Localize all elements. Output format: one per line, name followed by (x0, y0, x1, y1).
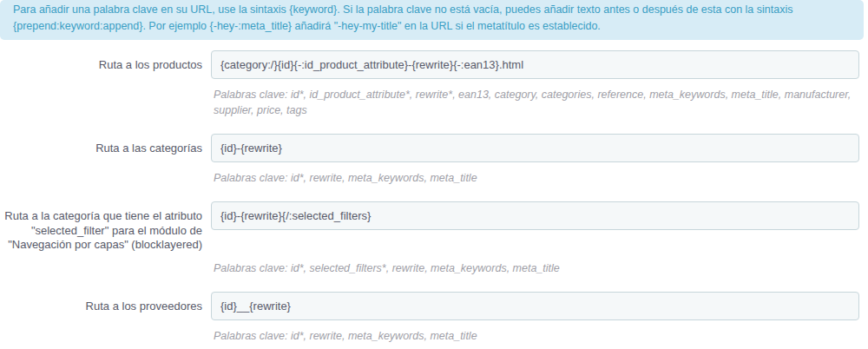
seo-urls-settings-page: Para añadir una palabra clave en su URL,… (0, 0, 868, 349)
product-route-help: Palabras clave: id*, id_product_attribut… (211, 87, 859, 118)
category-route-label: Ruta a las categorías (0, 134, 202, 162)
supplier-route-help: Palabras clave: id*, rewrite, meta_keywo… (211, 328, 859, 344)
product-route-label: Ruta a los productos (0, 50, 202, 79)
supplier-route-input[interactable] (211, 292, 859, 320)
form-row-layered-category-route: Ruta a la categoría que tiene el atribut… (0, 201, 859, 276)
form-row-supplier-route: Ruta a los proveedores Palabras clave: i… (0, 292, 859, 344)
layered-category-route-control (211, 201, 859, 253)
category-route-input[interactable] (211, 134, 859, 162)
category-route-control (211, 134, 859, 162)
supplier-route-control (211, 292, 859, 320)
product-route-input[interactable] (211, 50, 859, 79)
form-row-category-route: Ruta a las categorías Palabras clave: id… (0, 134, 859, 186)
layered-category-route-label: Ruta a la categoría que tiene el atribut… (0, 201, 202, 253)
layered-category-route-input[interactable] (211, 201, 859, 230)
category-route-help: Palabras clave: id*, rewrite, meta_keywo… (211, 170, 859, 186)
url-schema-form: Ruta a los productos Palabras clave: id*… (0, 50, 868, 344)
product-route-control (211, 50, 859, 79)
keyword-syntax-info-alert: Para añadir una palabra clave en su URL,… (0, 0, 864, 40)
form-row-product-route: Ruta a los productos Palabras clave: id*… (0, 50, 859, 118)
supplier-route-label: Ruta a los proveedores (0, 292, 202, 320)
layered-category-route-help: Palabras clave: id*, selected_filters*, … (211, 260, 859, 276)
